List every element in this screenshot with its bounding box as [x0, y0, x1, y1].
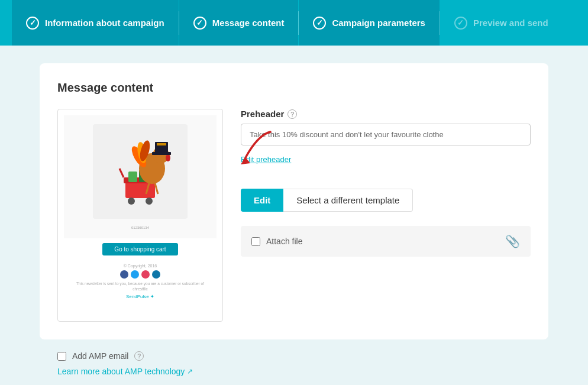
nav-step-message[interactable]: Message content	[179, 0, 299, 46]
preheader-label-text: Preheader	[241, 109, 284, 119]
preview-footer: © Copyright, 2016 This newsletter is sen…	[64, 260, 217, 303]
nav-step-parameters-label: Campaign parameters	[332, 18, 425, 28]
bottom-section: Add AMP email ? Learn more about AMP tec…	[40, 351, 548, 376]
preview-social-icons	[64, 270, 217, 279]
amp-email-row: Add AMP email ?	[57, 351, 531, 361]
message-content-card: Message content	[40, 63, 548, 339]
facebook-social-dot	[120, 270, 128, 279]
preheader-label: Preheader ?	[241, 109, 531, 119]
learn-more-link[interactable]: Learn more about AMP technology ↗	[57, 367, 531, 376]
attach-file-area: Attach file 📎	[241, 226, 531, 257]
select-template-button[interactable]: Select a different template	[283, 189, 413, 212]
page-title: Message content	[57, 81, 531, 95]
svg-rect-5	[128, 172, 137, 182]
amp-email-label: Add AMP email	[72, 351, 128, 361]
product-id: 012360134	[131, 226, 149, 229]
learn-more-text: Learn more about AMP technology	[57, 367, 185, 376]
linkedin-social-dot	[152, 270, 160, 279]
top-navigation: Information about campaign Message conte…	[0, 0, 588, 46]
preheader-field: Preheader ?	[241, 109, 531, 145]
right-side-controls: Preheader ? Edit preheader Edit	[241, 109, 531, 257]
amp-email-help-icon[interactable]: ?	[134, 351, 144, 361]
card-body: 012360134 Go to shopping cart © Copyrigh…	[57, 109, 531, 322]
nav-step-message-label: Message content	[212, 18, 285, 28]
check-icon-info	[26, 17, 39, 30]
attach-file-label[interactable]: Attach file	[251, 237, 302, 246]
email-preview-thumbnail: 012360134 Go to shopping cart © Copyrigh…	[57, 109, 223, 322]
paperclip-icon: 📎	[505, 234, 520, 248]
svg-rect-14	[152, 152, 171, 155]
action-buttons: Edit Select a different template	[241, 189, 531, 212]
preview-footer-text: This newsletter is sent to you, because …	[69, 281, 212, 292]
amp-email-checkbox[interactable]	[57, 352, 66, 361]
edit-button[interactable]: Edit	[241, 189, 283, 212]
svg-point-10	[166, 154, 170, 161]
attach-file-text: Attach file	[266, 237, 302, 246]
attach-file-checkbox[interactable]	[251, 237, 260, 246]
preheader-help-icon[interactable]: ?	[287, 109, 297, 119]
edit-preheader-link[interactable]: Edit preheader	[241, 155, 531, 164]
external-link-icon: ↗	[187, 367, 193, 376]
svg-point-4	[146, 198, 153, 205]
svg-rect-15	[157, 143, 166, 145]
main-content: Message content	[0, 46, 588, 385]
twitter-social-dot	[131, 270, 139, 279]
nav-step-info-label: Information about campaign	[45, 18, 164, 28]
preview-cta-button: Go to shopping cart	[102, 243, 177, 255]
nav-step-preview: Preview and send	[440, 0, 563, 46]
nav-step-preview-label: Preview and send	[473, 18, 548, 28]
preview-image-area: 012360134	[64, 115, 217, 238]
svg-point-3	[128, 198, 135, 205]
instagram-social-dot	[141, 270, 150, 279]
nav-step-info[interactable]: Information about campaign	[12, 0, 179, 46]
check-icon-message	[193, 17, 206, 30]
nav-step-parameters[interactable]: Campaign parameters	[299, 0, 440, 46]
check-icon-preview	[454, 17, 467, 30]
turkey-illustration	[93, 124, 188, 219]
check-icon-parameters	[313, 17, 326, 30]
sendpulse-branding: SendPulse ✦	[64, 294, 217, 299]
preheader-input[interactable]	[241, 124, 531, 145]
